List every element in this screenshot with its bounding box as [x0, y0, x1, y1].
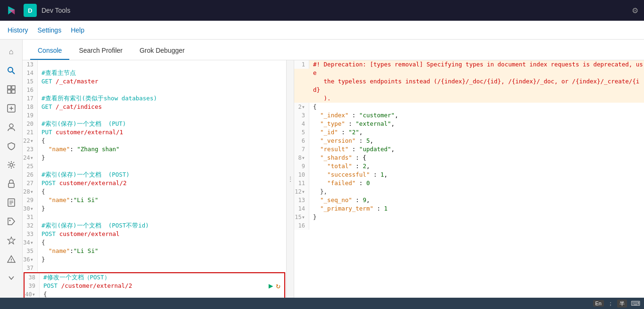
table-row: 31 [23, 213, 286, 221]
left-editor[interactable]: 13 14 #查看主节点 15 GET /_cat/master [23, 60, 287, 298]
output-row: 15▾ } [294, 213, 644, 221]
table-row: 13 [23, 60, 286, 69]
output-row: 7 "result" : "updated", [294, 145, 644, 154]
sidebar-icon-search[interactable] [3, 62, 20, 79]
table-row: 32 #索引(保存)一个文档 (POST不带id) [23, 221, 286, 230]
svg-point-9 [9, 124, 13, 128]
output-row: 14 "_primary_term" : 1 [294, 204, 644, 213]
sidebar-icon-star[interactable] [3, 232, 20, 249]
right-editor[interactable]: 1 #! Deprecation: [types removal] Specif… [294, 60, 644, 298]
user-avatar[interactable]: D [24, 4, 37, 17]
table-row: 21 PUT customer/external/1 [23, 128, 286, 137]
output-row: 11 "failed" : 0 [294, 179, 644, 187]
table-row: 16 [23, 86, 286, 94]
table-row: 14 #查看主节点 [23, 69, 286, 77]
output-row: 10 "successful" : 1, [294, 171, 644, 179]
sidebar-icon-down[interactable] [3, 269, 20, 286]
svg-point-0 [8, 67, 13, 72]
table-row: 20 #索引(保存)一个文档 (PUT) [23, 120, 286, 128]
nav-settings[interactable]: Settings [38, 26, 62, 34]
top-bar: D Dev Tools ⚙ [0, 0, 644, 21]
language-badge[interactable]: En [593, 300, 604, 307]
svg-rect-3 [12, 86, 15, 89]
output-row: 12▾ }, [294, 187, 644, 196]
svg-rect-5 [12, 90, 15, 93]
svg-point-19 [11, 261, 12, 262]
table-row: 37 [23, 264, 286, 272]
table-row: 25 [23, 162, 286, 171]
table-row: 39 POST /customer/external/2 ▶ ↻ [25, 282, 284, 290]
table-row: 28▾ { [23, 187, 286, 196]
table-row: 24▾ } [23, 154, 286, 162]
editor-gutter[interactable]: ⋮ [287, 60, 294, 298]
output-row: 9 "total" : 2, [294, 162, 644, 171]
table-row: 38 #修改一个文档（POST） [25, 273, 284, 282]
output-row: 6 "_version" : 5, [294, 137, 644, 145]
svg-rect-11 [8, 183, 14, 187]
svg-rect-4 [8, 90, 11, 93]
nav-help[interactable]: Help [71, 26, 84, 34]
table-row: 27 POST customer/external/2 [23, 179, 286, 187]
output-row: 4 "_type" : "external", [294, 120, 644, 128]
sidebar-icon-lock[interactable] [3, 175, 20, 192]
nav-bar: History Settings Help [0, 21, 644, 40]
input-mode-badge[interactable]: 半 [617, 300, 627, 308]
table-row: 36▾ } [23, 255, 286, 264]
svg-marker-17 [8, 237, 15, 244]
svg-line-1 [12, 72, 15, 74]
app-title: Dev Tools [41, 7, 627, 14]
output-row: 2▾ { [294, 103, 644, 111]
svg-point-10 [10, 163, 13, 166]
table-row: 35 "name":"Li Si" [23, 247, 286, 255]
table-row: 34▾ { [23, 238, 286, 247]
output-row: 13 "_seq_no" : 9, [294, 196, 644, 204]
content-area: Console Search Profiler Grok Debugger 13… [23, 40, 644, 298]
svg-point-16 [9, 220, 10, 221]
table-row: 18 GET /_cat/indices [23, 103, 286, 111]
gear-icon[interactable]: ⚙ [632, 6, 638, 15]
nav-history[interactable]: History [8, 26, 28, 34]
sidebar-icon-canvas[interactable] [3, 100, 20, 117]
editor-area: 13 14 #查看主节点 15 GET /_cat/master [23, 60, 644, 298]
table-row: 19 [23, 111, 286, 120]
table-row: 29 "name":"Li Si" [23, 196, 286, 204]
table-row: 15 GET /_cat/master [23, 77, 286, 86]
kibana-logo [6, 4, 19, 17]
sidebar: ⌂ [0, 40, 23, 298]
svg-rect-2 [8, 86, 11, 89]
table-row: 23 "name": "Zhang shan" [23, 145, 286, 154]
table-row: 17 #查看所有索引(类似于show databases) [23, 94, 286, 103]
output-row: 16 [294, 221, 644, 230]
status-separator: ； [608, 300, 613, 308]
sidebar-icon-tag[interactable] [3, 213, 20, 230]
sidebar-icon-shield[interactable] [3, 138, 20, 154]
sidebar-icon-home[interactable]: ⌂ [3, 43, 20, 60]
table-row: 22▾ { [23, 137, 286, 145]
sidebar-icon-report[interactable] [3, 194, 20, 211]
table-row: 30▾ } [23, 204, 286, 213]
output-row: 1 #! Deprecation: [types removal] Specif… [294, 60, 644, 103]
output-row: 5 "_id" : "2", [294, 128, 644, 137]
table-row: 40▾ { [25, 290, 284, 298]
output-row: 3 "_index" : "customer", [294, 111, 644, 120]
table-row: 33 POST customer/external [23, 230, 286, 238]
sidebar-icon-gear[interactable] [3, 156, 20, 173]
tab-grok-debugger[interactable]: Grok Debugger [132, 42, 192, 60]
sidebar-icon-users[interactable] [3, 119, 20, 136]
history-button[interactable]: ↻ [276, 282, 281, 290]
status-bar: En ； 半 ⌨ [0, 298, 644, 309]
tab-search-profiler[interactable]: Search Profiler [71, 42, 130, 60]
run-button[interactable]: ▶ [269, 282, 273, 290]
output-row: 8▾ "_shards" : { [294, 154, 644, 162]
sidebar-icon-alert[interactable] [3, 251, 20, 268]
tabs-bar: Console Search Profiler Grok Debugger [23, 40, 644, 60]
keyboard-icon[interactable]: ⌨ [631, 300, 640, 307]
tab-console[interactable]: Console [30, 42, 69, 60]
main-layout: ⌂ [0, 40, 644, 298]
gutter-symbol: ⋮ [287, 175, 294, 183]
table-row: 26 #索引(保存)一个文档 (POST) [23, 171, 286, 179]
sidebar-icon-dashboard[interactable] [3, 81, 20, 98]
left-editor-content[interactable]: 13 14 #查看主节点 15 GET /_cat/master [23, 60, 286, 298]
